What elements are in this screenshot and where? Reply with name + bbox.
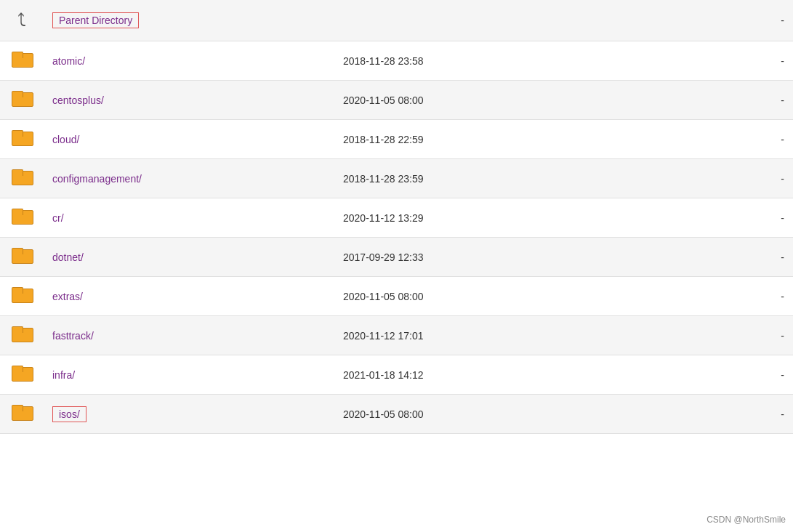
table-row: dotnet/2017-09-29 12:33-	[0, 238, 793, 277]
folder-icon	[12, 248, 32, 264]
parent-directory-label: Parent Directory	[52, 12, 139, 28]
size-cell: -	[552, 159, 793, 198]
icon-cell	[0, 238, 44, 277]
directory-link[interactable]: atomic/	[52, 55, 85, 67]
size-cell: -	[552, 355, 793, 395]
table-row: infra/2021-01-18 14:12-	[0, 355, 793, 395]
size-cell: -	[552, 198, 793, 238]
icon-cell	[0, 198, 44, 238]
directory-link[interactable]: dotnet/	[52, 251, 84, 263]
folder-icon	[12, 326, 32, 342]
isos-label: isos/	[52, 406, 86, 422]
directory-link[interactable]: configmanagement/	[52, 173, 142, 185]
icon-cell	[0, 355, 44, 395]
directory-link[interactable]: isos/	[52, 408, 86, 420]
date-cell: 2018-11-28 23:58	[334, 41, 552, 81]
name-cell[interactable]: centosplus/	[44, 81, 334, 120]
icon-cell	[0, 316, 44, 355]
folder-icon	[12, 169, 32, 185]
date-cell: 2017-09-29 12:33	[334, 238, 552, 277]
date-cell: 2018-11-28 23:59	[334, 159, 552, 198]
directory-link[interactable]: cr/	[52, 212, 64, 224]
directory-link[interactable]: extras/	[52, 291, 83, 302]
name-cell[interactable]: configmanagement/	[44, 159, 334, 198]
name-cell[interactable]: atomic/	[44, 41, 334, 81]
directory-link[interactable]: infra/	[52, 369, 75, 381]
table-row: atomic/2018-11-28 23:58-	[0, 41, 793, 81]
directory-listing: ⤴Parent Directory-atomic/2018-11-28 23:5…	[0, 0, 793, 434]
icon-cell	[0, 81, 44, 120]
name-cell[interactable]: extras/	[44, 277, 334, 316]
icon-cell	[0, 395, 44, 434]
icon-cell	[0, 159, 44, 198]
table-row: centosplus/2020-11-05 08:00-	[0, 81, 793, 120]
date-cell: 2018-11-28 22:59	[334, 120, 552, 159]
size-cell: -	[552, 316, 793, 355]
back-icon: ⤴	[17, 10, 26, 31]
size-cell: -	[552, 277, 793, 316]
folder-icon	[12, 52, 32, 68]
table-row: extras/2020-11-05 08:00-	[0, 277, 793, 316]
size-cell: -	[552, 395, 793, 434]
icon-cell: ⤴	[0, 0, 44, 41]
folder-icon	[12, 287, 32, 303]
folder-icon	[12, 405, 32, 421]
icon-cell	[0, 41, 44, 81]
folder-icon	[12, 366, 32, 382]
icon-cell	[0, 120, 44, 159]
folder-icon	[12, 91, 32, 107]
date-cell: 2020-11-12 17:01	[334, 316, 552, 355]
name-cell[interactable]: cr/	[44, 198, 334, 238]
size-cell: -	[552, 0, 793, 41]
date-cell: 2020-11-05 08:00	[334, 277, 552, 316]
name-cell[interactable]: dotnet/	[44, 238, 334, 277]
directory-link[interactable]: Parent Directory	[52, 15, 139, 26]
directory-link[interactable]: fasttrack/	[52, 330, 94, 342]
size-cell: -	[552, 41, 793, 81]
date-cell	[334, 0, 552, 41]
table-row: cloud/2018-11-28 22:59-	[0, 120, 793, 159]
size-cell: -	[552, 120, 793, 159]
date-cell: 2020-11-12 13:29	[334, 198, 552, 238]
directory-link[interactable]: cloud/	[52, 134, 79, 145]
name-cell[interactable]: Parent Directory	[44, 0, 334, 41]
table-row: isos/2020-11-05 08:00-	[0, 395, 793, 434]
name-cell[interactable]: isos/	[44, 395, 334, 434]
directory-link[interactable]: centosplus/	[52, 94, 104, 106]
date-cell: 2021-01-18 14:12	[334, 355, 552, 395]
date-cell: 2020-11-05 08:00	[334, 81, 552, 120]
name-cell[interactable]: infra/	[44, 355, 334, 395]
folder-icon	[12, 209, 32, 225]
icon-cell	[0, 277, 44, 316]
name-cell[interactable]: cloud/	[44, 120, 334, 159]
table-row: configmanagement/2018-11-28 23:59-	[0, 159, 793, 198]
date-cell: 2020-11-05 08:00	[334, 395, 552, 434]
table-row: cr/2020-11-12 13:29-	[0, 198, 793, 238]
table-row: ⤴Parent Directory-	[0, 0, 793, 41]
size-cell: -	[552, 238, 793, 277]
name-cell[interactable]: fasttrack/	[44, 316, 334, 355]
size-cell: -	[552, 81, 793, 120]
folder-icon	[12, 130, 32, 146]
table-row: fasttrack/2020-11-12 17:01-	[0, 316, 793, 355]
